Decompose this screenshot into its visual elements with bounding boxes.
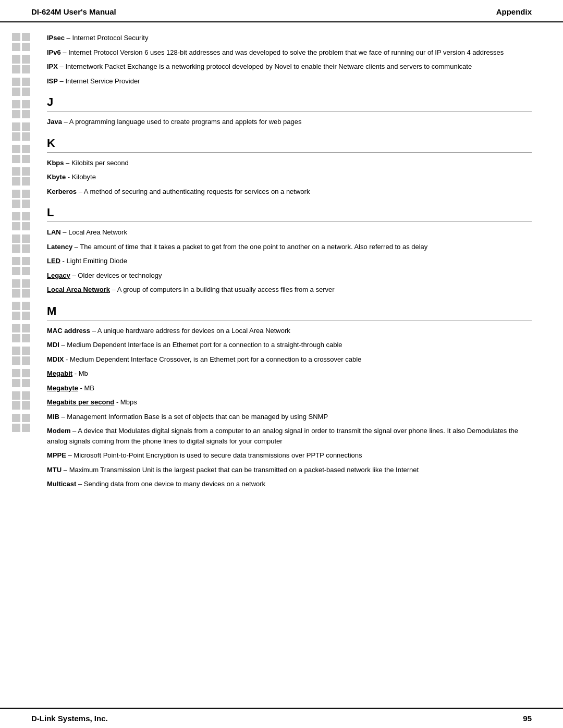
sidebar-square <box>22 33 30 41</box>
definition-entry: LAN – Local Area Network <box>47 227 532 238</box>
definition-text: LAN – Local Area Network <box>47 227 532 238</box>
definition-entry: Kbps – Kilobits per second <box>47 158 532 168</box>
sidebar-square <box>12 302 20 310</box>
sidebar-square <box>22 43 30 51</box>
sidebar-square <box>12 222 20 230</box>
sidebar-square <box>12 212 20 220</box>
section-header-j: J <box>47 95 532 112</box>
sidebar-square <box>22 55 30 64</box>
definition-text: MAC address – A unique hardware address … <box>47 326 532 336</box>
definition-text: MPPE – Microsoft Point-to-Point Encrypti… <box>47 450 532 461</box>
definition-term: Local Area Network <box>47 286 110 293</box>
sidebar-square <box>22 391 30 400</box>
sidebar-square <box>22 122 30 131</box>
definition-text: Local Area Network – A group of computer… <box>47 285 532 295</box>
main-content: IPsec – Internet Protocol SecurityIPv6 –… <box>42 22 563 504</box>
sidebar-block <box>12 414 30 432</box>
sidebar-square <box>12 78 20 86</box>
definition-entry: Megabyte - MB <box>47 383 532 393</box>
sidebar <box>0 22 42 504</box>
sidebar-square <box>22 145 30 153</box>
definition-text: Legacy – Older devices or technology <box>47 270 532 281</box>
sidebar-square <box>22 324 30 332</box>
sidebar-square <box>22 110 30 118</box>
definition-term: Multicast <box>47 480 76 488</box>
sidebar-square <box>22 222 30 230</box>
definition-term: Latency <box>47 243 72 251</box>
definition-text: IPX – Internetwork Packet Exchange is a … <box>47 61 532 72</box>
sidebar-block <box>12 212 30 230</box>
sidebar-square <box>22 347 30 355</box>
definition-text: MTU – Maximum Transmission Unit is the l… <box>47 465 532 475</box>
definition-term: IPv6 <box>47 48 61 56</box>
sidebar-square <box>22 289 30 298</box>
sidebar-square <box>12 334 20 342</box>
sidebar-square <box>22 302 30 310</box>
sidebar-square <box>22 379 30 387</box>
definition-term: IPX <box>47 63 58 70</box>
sidebar-block <box>12 347 30 365</box>
definition-term: Modem <box>47 427 71 435</box>
sidebar-square <box>12 33 20 41</box>
sidebar-square <box>22 100 30 108</box>
sidebar-block <box>12 145 30 163</box>
section-letter: J <box>47 95 532 109</box>
sidebar-square <box>22 279 30 288</box>
sidebar-square <box>22 312 30 320</box>
sidebar-square <box>12 379 20 387</box>
sidebar-block <box>12 302 30 320</box>
section-divider <box>47 221 532 222</box>
definition-text: Megabits per second - Mbps <box>47 397 532 408</box>
definition-text: Megabit - Mb <box>47 368 532 379</box>
definition-term: Kbyte <box>47 173 66 181</box>
sidebar-square <box>22 257 30 265</box>
definition-entry: IPv6 – Internet Protocol Version 6 uses … <box>47 47 532 58</box>
sidebar-square <box>22 401 30 410</box>
definition-text: MDIX - Medium Dependent Interface Crosso… <box>47 354 532 365</box>
definition-entry: Kerberos – A method of securing and auth… <box>47 187 532 197</box>
sidebar-square <box>12 100 20 108</box>
definition-entry: Local Area Network – A group of computer… <box>47 285 532 295</box>
definition-term: Legacy <box>47 272 70 279</box>
definition-text: LED - Light Emitting Diode <box>47 256 532 266</box>
section-divider <box>47 320 532 320</box>
sidebar-square <box>12 55 20 64</box>
sidebar-square <box>12 110 20 118</box>
definition-term: Kbps <box>47 159 64 167</box>
definition-entry: MIB – Management Information Base is a s… <box>47 412 532 422</box>
definition-entry: MPPE – Microsoft Point-to-Point Encrypti… <box>47 450 532 461</box>
sidebar-square <box>22 356 30 365</box>
definition-term: Kerberos <box>47 188 77 195</box>
sidebar-square <box>22 132 30 141</box>
section-header-l: L <box>47 206 532 222</box>
definition-text: Megabyte - MB <box>47 383 532 393</box>
sidebar-square <box>22 65 30 73</box>
sidebar-square <box>12 122 20 131</box>
sidebar-square <box>22 88 30 96</box>
sidebar-square <box>12 347 20 355</box>
definition-entry: Kbyte - Kilobyte <box>47 172 532 182</box>
sidebar-block <box>12 33 30 51</box>
definition-term: Megabyte <box>47 384 78 392</box>
sidebar-square <box>12 391 20 400</box>
definition-text: IPv6 – Internet Protocol Version 6 uses … <box>47 47 532 58</box>
definition-term: Java <box>47 118 62 126</box>
definition-text: Java – A programming language used to cr… <box>47 117 532 127</box>
sidebar-square <box>12 244 20 253</box>
definition-entry: MAC address – A unique hardware address … <box>47 326 532 336</box>
definition-term: MDIX <box>47 355 64 363</box>
sidebar-square <box>12 132 20 141</box>
footer-company: D-Link Systems, Inc. <box>31 714 108 723</box>
section-letter: K <box>47 137 532 150</box>
sidebar-block <box>12 279 30 298</box>
sidebar-square <box>22 190 30 198</box>
definition-entry: MTU – Maximum Transmission Unit is the l… <box>47 465 532 475</box>
sidebar-square <box>12 356 20 365</box>
definition-text: MIB – Management Information Base is a s… <box>47 412 532 422</box>
definition-term: Megabits per second <box>47 398 114 406</box>
header-title-right: Appendix <box>496 7 532 16</box>
sidebar-block <box>12 190 30 208</box>
definition-entry: Legacy – Older devices or technology <box>47 270 532 281</box>
sidebar-square <box>12 401 20 410</box>
sidebar-square <box>22 155 30 163</box>
